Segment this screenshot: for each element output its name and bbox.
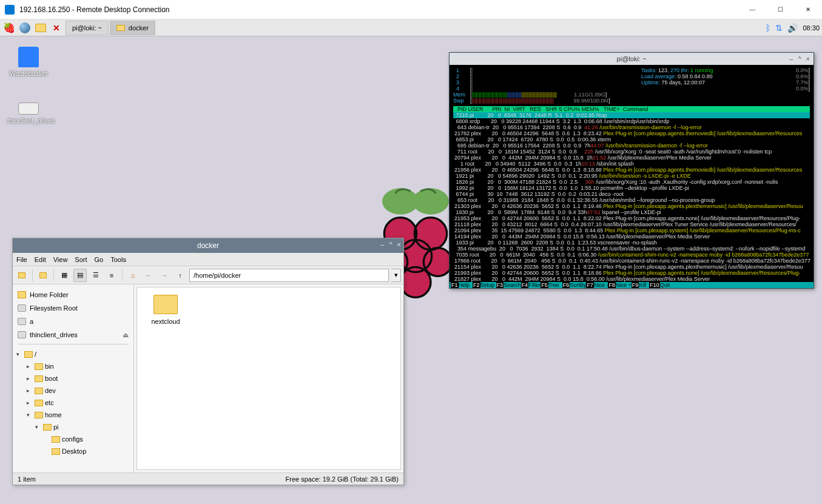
menu-edit[interactable]: Edit [35,256,46,263]
fm-content[interactable]: nextcloud [136,287,401,470]
folder-nextcloud[interactable]: nextcloud [144,295,187,325]
place-a[interactable]: a [14,315,132,328]
svg-point-1 [413,188,449,214]
fm-sidebar: Home Folder Filesystem Root a thinclient… [13,284,134,472]
tree-desktop[interactable]: Desktop [14,445,132,457]
network-icon[interactable]: ⇅ [775,23,783,33]
tray: ᛒ ⇅ 🔊 08:30 [766,23,820,33]
tree-home[interactable]: ▾home [14,409,132,421]
menu-file[interactable]: File [16,256,27,263]
task-item-docker[interactable]: docker [110,21,155,35]
folder-label: nextcloud [144,318,187,325]
fm-tree: ▾/ ▸bin ▸boot ▸dev ▸etc ▾home ▾pi config… [14,347,132,459]
fm-toolbar: ▦ ▤ ☰ ≡ ⌂ ← → ↑ ▾ [13,266,403,284]
menu-go[interactable]: Go [95,256,104,263]
menu-sort[interactable]: Sort [75,256,87,263]
view-compact-button[interactable]: ▤ [73,269,87,282]
fm-minimize-button[interactable]: – [380,241,384,248]
nav-back-button[interactable]: ← [142,269,155,282]
term-close-button[interactable]: × [806,56,810,62]
eject-icon[interactable]: ⏏ [123,331,129,339]
wastebasket-icon[interactable]: Wastebasket [7,47,50,77]
view-list-button[interactable]: ☰ [89,269,103,282]
rdp-title: 192.168.16.250 - Remote Desktop Connecti… [19,5,170,14]
rdp-icon [5,5,15,15]
menu-tools[interactable]: Tools [110,256,126,263]
file-manager-window: docker – ^ × File Edit View Sort Go Tool… [12,238,404,485]
wastebasket-label: Wastebasket [7,70,50,77]
fm-menubar: File Edit View Sort Go Tools [13,253,403,266]
maximize-button[interactable]: ☐ [766,0,794,19]
path-input[interactable] [189,269,389,282]
drive-icon [18,331,26,338]
tree-bin[interactable]: ▸bin [14,360,132,372]
menu-view[interactable]: View [53,256,68,263]
menu-raspberry-icon[interactable]: 🍓 [2,21,16,35]
drive-icon [18,304,26,312]
window-controls: — ☐ ✕ [738,0,822,19]
task-item-terminal[interactable]: pi@loki: ~ [66,21,109,35]
place-home[interactable]: Home Folder [14,288,132,301]
view-icons-button[interactable]: ▦ [58,269,71,282]
tree-etc[interactable]: ▸etc [14,397,132,409]
tree-pi[interactable]: ▾pi [14,421,132,433]
status-items: 1 item [18,475,36,483]
bluetooth-icon[interactable]: ᛒ [766,23,770,33]
drive-icon [18,318,26,325]
folder-icon [116,25,125,31]
thinclient-drives-icon[interactable]: thinclient_drives [7,95,50,124]
nav-forward-button[interactable]: → [158,269,171,282]
tree-boot[interactable]: ▸boot [14,372,132,385]
status-freespace: Free space: 19.2 GiB (Total: 29.1 GiB) [286,475,399,483]
nav-up-button[interactable]: ↑ [173,269,187,282]
nav-home-button[interactable]: ⌂ [126,269,140,282]
taskbar: 🍓 ✕ pi@loki: ~ docker ᛒ ⇅ 🔊 08:30 [0,19,822,36]
rdp-titlebar: 192.168.16.250 - Remote Desktop Connecti… [0,0,822,19]
clock[interactable]: 08:30 [803,24,820,32]
terminal-window: pi@loki: ~ – ^ × 1[|0.0%] 2[|0.6%] 3[|7.… [449,52,814,289]
remote-desktop: 🍓 ✕ pi@loki: ~ docker ᛒ ⇅ 🔊 08:30 Wasteb… [0,19,822,504]
close-button[interactable]: ✕ [794,0,822,19]
fm-title: docker [197,241,219,250]
minimize-button[interactable]: — [738,0,766,19]
new-tab-button[interactable] [15,269,29,282]
fm-statusbar: 1 item Free space: 19.2 GiB (Total: 29.1… [13,472,403,485]
tree-dev[interactable]: ▸dev [14,385,132,397]
fm-maximize-button[interactable]: ^ [389,241,392,248]
place-thinclient[interactable]: thinclient_drives⏏ [14,328,132,341]
tree-root[interactable]: ▾/ [14,348,132,360]
term-titlebar[interactable]: pi@loki: ~ – ^ × [450,53,814,65]
term-title: pi@loki: ~ [617,56,647,62]
file-manager-icon[interactable] [34,21,47,35]
view-detail-button[interactable]: ≡ [105,269,118,282]
term-maximize-button[interactable]: ^ [798,56,801,62]
path-dropdown[interactable]: ▾ [391,269,401,282]
folder-icon [153,295,178,314]
new-folder-button[interactable] [36,269,50,282]
thinclient-drives-label: thinclient_drives [7,117,50,124]
home-icon [18,291,26,298]
web-browser-icon[interactable] [18,21,32,35]
tree-configs[interactable]: configs [14,433,132,445]
place-fsroot[interactable]: Filesystem Root [14,301,132,315]
sound-icon[interactable]: 🔊 [787,23,798,33]
term-minimize-button[interactable]: – [789,56,793,62]
htop-output[interactable]: 1[|0.0%] 2[|0.6%] 3[|7.7%] 4[|0.0%]Mem[|… [450,65,814,288]
terminal-launcher-icon[interactable]: ✕ [50,21,63,35]
fm-titlebar[interactable]: docker – ^ × [13,238,403,253]
fm-close-button[interactable]: × [397,241,401,248]
